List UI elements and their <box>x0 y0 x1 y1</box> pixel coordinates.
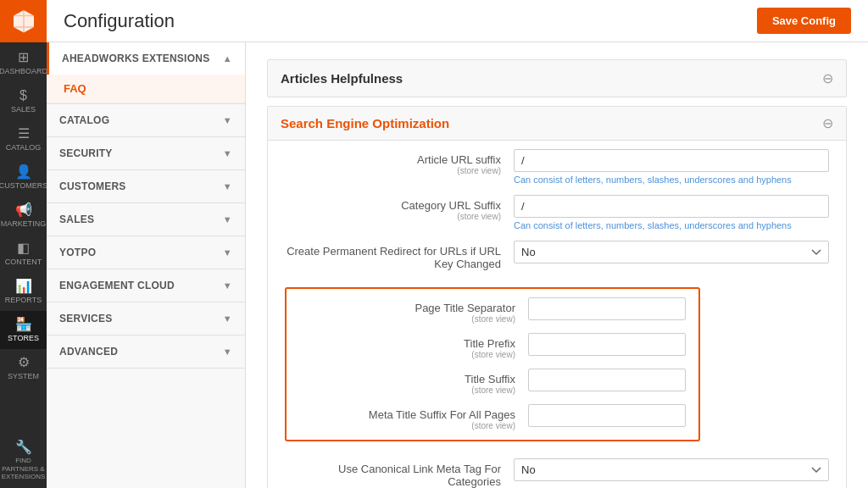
chevron-down-icon-catalog: ▼ <box>223 115 232 125</box>
sidebar-section-label-advanced: ADVANCED <box>59 346 118 358</box>
nav-label-customers: CUSTOMERS <box>0 181 47 190</box>
nav-label-content: CONTENT <box>5 258 42 266</box>
sidebar-section-header-engagement[interactable]: ENGAGEMENT CLOUD ▼ <box>47 269 245 302</box>
form-row-canonical-categories: Use Canonical Link Meta Tag For Categori… <box>285 458 829 488</box>
nav-item-reports[interactable]: 📊 REPORTS <box>0 273 47 311</box>
sidebar-section-header-advanced[interactable]: ADVANCED ▼ <box>47 336 245 368</box>
nav-label-catalog: CATALOG <box>6 143 42 152</box>
sidebar-section-label-security: SECURITY <box>59 147 113 159</box>
label-article-url-suffix: Article URL suffix <box>417 153 501 166</box>
select-canonical-categories[interactable]: No Yes <box>514 458 829 481</box>
sidebar-section-label-catalog: CATALOG <box>59 114 109 126</box>
label-title-prefix: Title Prefix <box>464 337 515 350</box>
chevron-down-icon-security: ▼ <box>223 148 232 158</box>
input-page-title-sep[interactable] <box>528 297 686 320</box>
sales-icon: $ <box>19 89 27 103</box>
nav-item-sales[interactable]: $ SALES <box>0 82 47 120</box>
nav-item-marketing[interactable]: 📢 MARKETING <box>0 197 47 235</box>
app-logo[interactable] <box>0 0 47 42</box>
sidebar-section-label-aheadworks: AHEADWORKS EXTENSIONS <box>62 53 209 64</box>
highlighted-fields-box: Page Title Separator (store view) <box>285 287 700 441</box>
seo-form-content: Article URL suffix (store view) Can cons… <box>268 141 846 488</box>
marketing-icon: 📢 <box>15 203 32 217</box>
chevron-down-icon-advanced: ▼ <box>223 347 232 357</box>
input-title-suffix[interactable] <box>528 369 686 391</box>
nav-item-system[interactable]: ⚙ SYSTEM <box>0 349 47 387</box>
sublabel-title-suffix: (store view) <box>299 385 515 395</box>
sidebar-section-yotpo: YOTPO ▼ <box>47 236 245 269</box>
sidebar-section-catalog: CATALOG ▼ <box>47 104 245 137</box>
chevron-down-icon-services: ▼ <box>223 313 232 324</box>
save-config-button[interactable]: Save Config <box>757 8 851 34</box>
sidebar-section-header-security[interactable]: SECURITY ▼ <box>47 137 245 169</box>
nav-item-customers[interactable]: 👤 CUSTOMERS <box>0 158 47 197</box>
chevron-down-icon-customers: ▼ <box>223 181 232 191</box>
input-title-prefix[interactable] <box>528 333 686 356</box>
chevron-down-icon-engagement: ▼ <box>223 280 232 291</box>
input-meta-title-suffix[interactable] <box>528 404 686 427</box>
nav-label-marketing: MARKETING <box>1 219 47 228</box>
form-row-highlighted-group: Page Title Separator (store view) <box>285 280 829 448</box>
stores-icon: 🏪 <box>15 318 32 331</box>
sidebar-section-header-catalog[interactable]: CATALOG ▼ <box>47 104 245 136</box>
sidebar-section-header-aheadworks[interactable]: AHEADWORKS EXTENSIONS ▲ <box>47 42 245 75</box>
form-row-page-title-sep: Page Title Separator (store view) <box>299 297 686 324</box>
main-wrapper: Configuration Save Config AHEADWORKS EXT… <box>47 0 868 488</box>
sidebar-section-advanced: ADVANCED ▼ <box>47 336 245 369</box>
sidebar-section-aheadworks: AHEADWORKS EXTENSIONS ▲ FAQ <box>47 42 245 104</box>
page-title: Configuration <box>64 10 175 32</box>
nav-item-stores[interactable]: 🏪 STORES <box>0 311 47 349</box>
nav-item-content[interactable]: ◧ CONTENT <box>0 235 47 273</box>
top-header: Configuration Save Config <box>47 0 868 42</box>
select-permanent-redirect[interactable]: No Yes <box>514 241 829 263</box>
sidebar-section-security: SECURITY ▼ <box>47 137 245 170</box>
label-page-title-sep: Page Title Separator <box>415 302 515 314</box>
articles-helpfulness-toggle-icon[interactable]: ⊖ <box>822 70 833 86</box>
sublabel-title-prefix: (store view) <box>299 350 515 359</box>
content-icon: ◧ <box>17 241 30 255</box>
nav-item-dashboard[interactable]: ⊞ DASHBOARD <box>0 44 47 82</box>
hint-article-url-suffix: Can consist of letters, numbers, slashes… <box>514 175 829 185</box>
sidebar-section-label-yotpo: YOTPO <box>59 247 96 258</box>
nav-label-stores: STORES <box>8 334 39 342</box>
input-category-url-suffix[interactable] <box>514 195 829 218</box>
sublabel-page-title-sep: (store view) <box>299 314 515 324</box>
nav-item-partners[interactable]: 🔧 FIND PARTNERS & EXTENSIONS <box>0 434 47 488</box>
nav-item-catalog[interactable]: ☰ CATALOG <box>0 120 47 158</box>
seo-toggle-icon[interactable]: ⊖ <box>822 115 833 131</box>
sidebar-section-header-customers[interactable]: CUSTOMERS ▼ <box>47 170 245 202</box>
nav-label-reports: REPORTS <box>5 296 42 304</box>
sidebar-section-header-services[interactable]: SERVICES ▼ <box>47 302 245 335</box>
sidebar-section-header-sales[interactable]: SALES ▼ <box>47 203 245 236</box>
seo-title: Search Engine Optimization <box>281 116 449 130</box>
sidebar-section-label-engagement: ENGAGEMENT CLOUD <box>59 280 175 291</box>
sidebar-section-engagement: ENGAGEMENT CLOUD ▼ <box>47 269 245 302</box>
content-area: AHEADWORKS EXTENSIONS ▲ FAQ CATALOG ▼ SE… <box>47 42 868 488</box>
sidebar-section-label-customers: CUSTOMERS <box>59 180 126 192</box>
articles-helpfulness-section: Articles Helpfulness ⊖ <box>267 59 847 97</box>
config-sidebar: AHEADWORKS EXTENSIONS ▲ FAQ CATALOG ▼ SE… <box>47 42 246 488</box>
form-row-title-prefix: Title Prefix (store view) <box>299 333 686 360</box>
sidebar-section-header-yotpo[interactable]: YOTPO ▼ <box>47 236 245 269</box>
seo-section: Search Engine Optimization ⊖ Article URL… <box>267 106 847 488</box>
sidebar-section-label-services: SERVICES <box>59 313 112 324</box>
nav-label-partners: FIND PARTNERS & EXTENSIONS <box>2 457 46 481</box>
form-row-meta-title-suffix: Meta Title Suffix For All Pages (store v… <box>299 404 686 431</box>
label-title-suffix: Title Suffix <box>465 373 515 385</box>
sidebar-section-services: SERVICES ▼ <box>47 302 245 336</box>
chevron-up-icon: ▲ <box>223 53 232 64</box>
form-row-permanent-redirect: Create Permanent Redirect for URLs if UR… <box>285 241 829 270</box>
input-article-url-suffix[interactable] <box>514 149 829 172</box>
nav-label-dashboard: DASHBOARD <box>0 67 47 75</box>
partners-icon: 🔧 <box>15 441 32 454</box>
label-canonical-categories: Use Canonical Link Meta Tag For Categori… <box>338 463 501 488</box>
sublabel-article-url-suffix: (store view) <box>285 166 501 175</box>
seo-section-header[interactable]: Search Engine Optimization ⊖ <box>268 107 846 141</box>
left-navigation: ⊞ DASHBOARD $ SALES ☰ CATALOG 👤 CUSTOMER… <box>0 0 47 488</box>
sidebar-item-faq[interactable]: FAQ <box>47 75 245 103</box>
sublabel-meta-title-suffix: (store view) <box>299 421 515 430</box>
customers-icon: 👤 <box>15 165 32 179</box>
form-row-article-url-suffix: Article URL suffix (store view) Can cons… <box>285 149 829 185</box>
reports-icon: 📊 <box>15 280 32 293</box>
articles-helpfulness-title: Articles Helpfulness <box>281 71 403 86</box>
